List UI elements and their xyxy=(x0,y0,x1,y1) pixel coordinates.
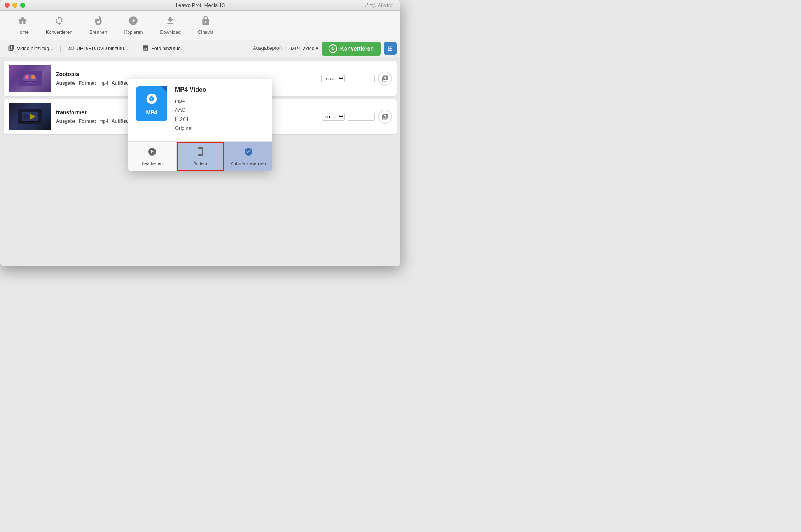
konvertieren-label: Konvertieren xyxy=(340,46,374,52)
file-title-zootopia: Zootopia xyxy=(56,71,317,77)
main-area: Zootopia Ausgabe Format: mp4 Auflösung: … xyxy=(0,57,400,266)
ausgabeprofil-select[interactable]: MP4 Video ▾ xyxy=(291,46,318,51)
svg-point-7 xyxy=(23,114,29,120)
app-logo: Prof. Media xyxy=(365,2,393,9)
nav-home-label: Home xyxy=(16,30,29,35)
format-value-1: mp4 xyxy=(99,80,108,86)
bearbeiten-button[interactable]: Bearbeiten xyxy=(128,142,177,171)
foto-add-label: Foto hinzufüg... xyxy=(151,46,185,51)
home-icon xyxy=(17,16,28,28)
konvertieren-circle-icon: ↻ xyxy=(329,44,337,53)
edit-button-2[interactable] xyxy=(378,110,392,124)
format-label-2: Format: xyxy=(79,119,96,124)
dropdown-format-name: MP4 Video xyxy=(175,86,206,93)
format-value-2: mp4 xyxy=(99,119,108,124)
mp4-label-text: MP4 xyxy=(146,109,157,116)
uhd-add-label: UHD/BD/DVD hinzufü... xyxy=(77,46,128,51)
nav-download-label: Download xyxy=(160,30,180,35)
minimize-button[interactable] xyxy=(12,3,17,8)
konvertieren-icon xyxy=(54,16,64,28)
toolbar-right: Ausgabeprofil： MP4 Video ▾ ↻ Konvertiere… xyxy=(253,42,397,56)
thumbnail-zootopia xyxy=(9,65,51,92)
nav-brennen[interactable]: Brennen xyxy=(81,14,115,37)
edit-button-1[interactable] xyxy=(378,72,392,86)
ausgabeprofil-label: Ausgabeprofil： xyxy=(253,45,287,52)
ausgabe-label-1: Ausgabe xyxy=(56,80,76,86)
bearbeiten-icon xyxy=(147,147,157,159)
dropdown-format-ext: mp4 xyxy=(175,98,185,104)
nav-download[interactable]: Download xyxy=(151,14,189,37)
svg-point-3 xyxy=(31,75,35,79)
svg-rect-9 xyxy=(20,121,40,122)
output-input-1[interactable] xyxy=(348,75,375,82)
nav-brennen-label: Brennen xyxy=(89,30,107,35)
nav-home[interactable]: Home xyxy=(8,14,37,37)
video-add-label: Video hinzufüg... xyxy=(17,46,53,51)
separator2: | xyxy=(134,45,136,52)
foto-add-icon xyxy=(142,44,149,53)
format-label-1: Format: xyxy=(79,80,96,86)
apply-all-icon xyxy=(244,147,253,159)
auf-alle-label: Auf alle anwenden xyxy=(231,161,266,166)
window-title: Leawo Prof. Media 13 xyxy=(176,2,225,8)
dropdown-format-audio: AAC xyxy=(175,107,185,113)
output-input-2[interactable] xyxy=(348,113,375,121)
cinavia-icon xyxy=(201,16,211,28)
video-add-icon xyxy=(8,44,15,53)
nav-cinavia-label: Cinavia xyxy=(198,30,213,35)
separator1: | xyxy=(59,45,61,52)
aendern-label: Ändern xyxy=(193,161,207,166)
file-actions-transformer: n m... xyxy=(322,110,392,124)
aendern-icon xyxy=(196,147,205,159)
video-add-button[interactable]: Video hinzufüg... xyxy=(4,42,57,55)
konvertieren-button[interactable]: ↻ Konvertieren xyxy=(322,42,381,56)
foto-add-button[interactable]: Foto hinzufüg... xyxy=(138,42,189,55)
grid-view-button[interactable]: ⊞ xyxy=(384,42,397,55)
thumbnail-transformer xyxy=(9,103,51,130)
film-reel-icon xyxy=(145,93,158,108)
file-actions-zootopia: n ac... xyxy=(321,72,392,86)
dropdown-format-codec: H.264 xyxy=(175,116,189,122)
download-icon xyxy=(165,16,175,28)
grid-icon: ⊞ xyxy=(388,45,393,52)
audio-select-1[interactable]: n ac... xyxy=(321,75,345,82)
ausgabeprofil-value: MP4 Video xyxy=(291,46,315,51)
kopieren-icon xyxy=(128,16,138,28)
nav-kopieren[interactable]: Kopieren xyxy=(115,14,151,37)
ausgabe-label-2: Ausgabe xyxy=(56,119,76,124)
svg-point-2 xyxy=(25,75,29,79)
nav-konvertieren[interactable]: Konvertieren xyxy=(37,14,81,37)
svg-rect-4 xyxy=(24,81,36,82)
nav-cinavia[interactable]: Cinavia xyxy=(189,14,222,37)
aendern-button[interactable]: Ändern xyxy=(177,142,225,171)
titlebar: Leawo Prof. Media 13 Prof. Media xyxy=(0,0,400,11)
dropdown-top: MP4 MP4 Video mp4 AAC H.264 Original xyxy=(128,79,272,141)
dropdown-format-source: Original xyxy=(175,125,192,131)
nav-konvertieren-label: Konvertieren xyxy=(46,30,72,35)
close-button[interactable] xyxy=(5,3,10,8)
uhd-add-button[interactable]: UHD/BD/DVD hinzufü... xyxy=(63,42,132,55)
nav-kopieren-label: Kopieren xyxy=(124,30,143,35)
bearbeiten-label: Bearbeiten xyxy=(142,161,163,166)
brennen-icon xyxy=(93,16,103,28)
uhd-add-icon xyxy=(67,44,74,53)
mp4-format-icon: MP4 xyxy=(136,86,167,121)
dropdown-info: MP4 Video mp4 AAC H.264 Original xyxy=(175,86,206,133)
dropdown-actions: Bearbeiten Ändern Auf alle anwenden xyxy=(128,141,272,171)
toolbar: Video hinzufüg... | UHD/BD/DVD hinzufü..… xyxy=(0,40,400,57)
maximize-button[interactable] xyxy=(20,3,25,8)
window-controls[interactable] xyxy=(5,3,25,8)
auf-alle-button[interactable]: Auf alle anwenden xyxy=(224,142,272,171)
top-navigation: Home Konvertieren Brennen Kopieren Downl… xyxy=(0,11,400,40)
dropdown-arrow-icon: ▾ xyxy=(316,46,318,51)
audio-select-2[interactable]: n m... xyxy=(322,113,345,121)
format-dropdown-popup: MP4 MP4 Video mp4 AAC H.264 Original xyxy=(128,79,272,171)
